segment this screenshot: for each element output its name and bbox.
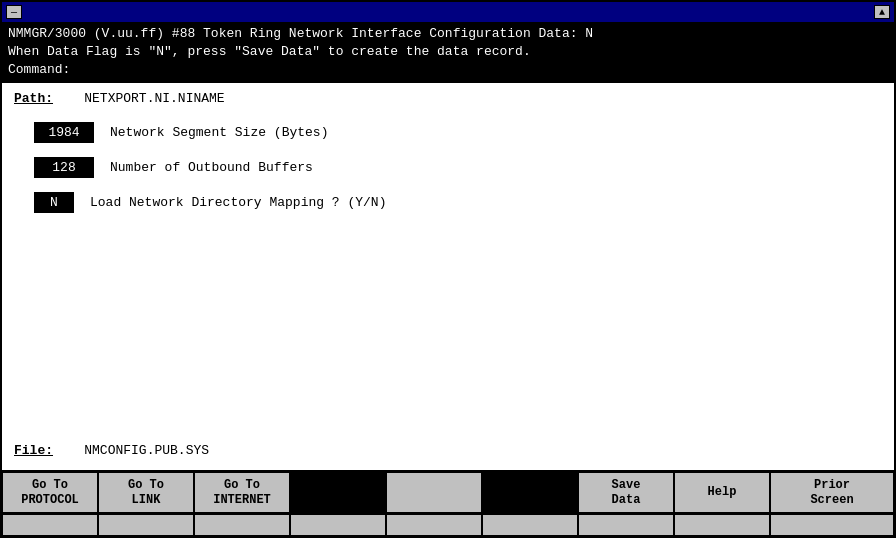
title-bar: — ▲ bbox=[2, 2, 894, 22]
go-to-internet-button[interactable]: Go To INTERNET bbox=[194, 472, 290, 513]
system-menu-button[interactable]: — bbox=[6, 5, 22, 19]
row2-btn-9 bbox=[770, 514, 894, 536]
header-line1: NMMGR/3000 (V.uu.ff) #88 Token Ring Netw… bbox=[8, 25, 888, 43]
go-to-link-button[interactable]: Go To LINK bbox=[98, 472, 194, 513]
go-to-protocol-button[interactable]: Go To PROTOCOL bbox=[2, 472, 98, 513]
empty-button-3 bbox=[482, 472, 578, 513]
empty-button-2 bbox=[386, 472, 482, 513]
button-row-1: Go To PROTOCOL Go To LINK Go To INTERNET… bbox=[2, 472, 894, 514]
field-row-load-network-dir: N Load Network Directory Mapping ? (Y/N) bbox=[14, 192, 882, 213]
row2-btn-4 bbox=[290, 514, 386, 536]
row2-btn-1 bbox=[2, 514, 98, 536]
button-row-2 bbox=[2, 514, 894, 536]
row2-btn-2 bbox=[98, 514, 194, 536]
field-row-network-segment: 1984 Network Segment Size (Bytes) bbox=[14, 122, 882, 143]
path-label: Path: bbox=[14, 91, 53, 106]
load-network-dir-input[interactable]: N bbox=[34, 192, 74, 213]
save-data-button[interactable]: Save Data bbox=[578, 472, 674, 513]
file-label: File: bbox=[14, 443, 53, 458]
file-line: File: NMCONFIG.PUB.SYS bbox=[14, 443, 882, 458]
main-window: — ▲ NMMGR/3000 (V.uu.ff) #88 Token Ring … bbox=[0, 0, 896, 538]
path-value: NETXPORT.NI.NINAME bbox=[84, 91, 224, 106]
header-line3: Command: bbox=[8, 61, 888, 79]
network-segment-size-input[interactable]: 1984 bbox=[34, 122, 94, 143]
system-menu-icon: — bbox=[11, 7, 17, 18]
load-network-dir-label: Load Network Directory Mapping ? (Y/N) bbox=[90, 195, 386, 210]
title-bar-left: — bbox=[6, 5, 22, 19]
outbound-buffers-input[interactable]: 128 bbox=[34, 157, 94, 178]
row2-btn-3 bbox=[194, 514, 290, 536]
maximize-button[interactable]: ▲ bbox=[874, 5, 890, 19]
row2-btn-7 bbox=[578, 514, 674, 536]
header-line2: When Data Flag is "N", press "Save Data"… bbox=[8, 43, 888, 61]
network-segment-size-label: Network Segment Size (Bytes) bbox=[110, 125, 328, 140]
maximize-icon: ▲ bbox=[879, 7, 885, 18]
empty-button-1 bbox=[290, 472, 386, 513]
row2-btn-8 bbox=[674, 514, 770, 536]
field-row-outbound-buffers: 128 Number of Outbound Buffers bbox=[14, 157, 882, 178]
row2-btn-6 bbox=[482, 514, 578, 536]
row2-btn-5 bbox=[386, 514, 482, 536]
bottom-bar: Go To PROTOCOL Go To LINK Go To INTERNET… bbox=[2, 470, 894, 536]
prior-screen-button[interactable]: Prior Screen bbox=[770, 472, 894, 513]
main-content: Path: NETXPORT.NI.NINAME 1984 Network Se… bbox=[2, 83, 894, 470]
header-bar: NMMGR/3000 (V.uu.ff) #88 Token Ring Netw… bbox=[2, 22, 894, 83]
outbound-buffers-label: Number of Outbound Buffers bbox=[110, 160, 313, 175]
path-line: Path: NETXPORT.NI.NINAME bbox=[14, 91, 882, 106]
file-value: NMCONFIG.PUB.SYS bbox=[84, 443, 209, 458]
help-button[interactable]: Help bbox=[674, 472, 770, 513]
